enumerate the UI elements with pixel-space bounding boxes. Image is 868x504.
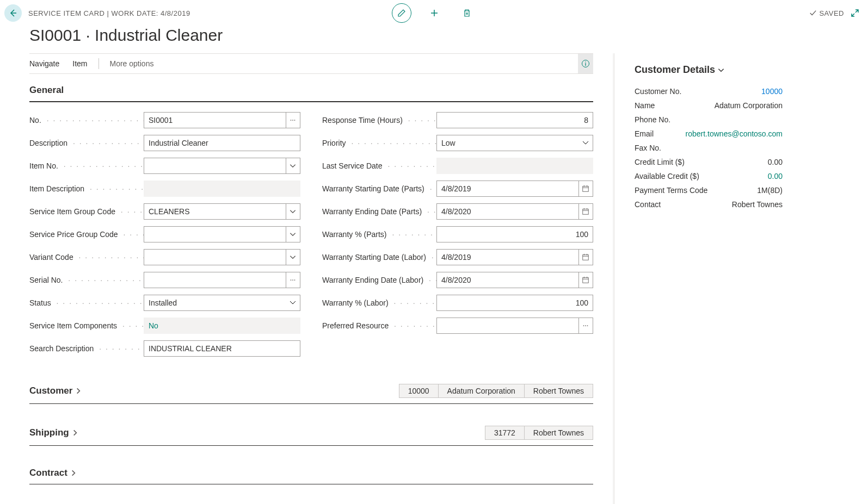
back-button[interactable] — [4, 4, 22, 22]
dropdown-service-price-group[interactable] — [286, 226, 300, 242]
input-item-no[interactable] — [144, 158, 286, 174]
shipping-summary-contact: Robert Townes — [524, 426, 593, 440]
input-preferred-resource[interactable] — [436, 318, 578, 334]
edit-button[interactable] — [392, 3, 411, 23]
input-warranty-pct-parts[interactable] — [436, 226, 593, 242]
info-panel-toggle[interactable] — [578, 54, 593, 73]
input-warranty-start-labor[interactable] — [436, 249, 578, 265]
label-item-description: Item Description — [29, 184, 144, 193]
select-priority[interactable]: Low — [436, 135, 593, 151]
datepicker-warranty-end-labor[interactable] — [578, 272, 593, 288]
label-components: Service Item Components — [29, 321, 144, 330]
datepicker-warranty-start-labor[interactable] — [578, 249, 593, 265]
label-description: Description — [29, 139, 144, 147]
input-last-service-date — [436, 158, 593, 174]
input-service-price-group[interactable] — [144, 226, 286, 242]
ellipsis-icon — [582, 322, 589, 329]
dropdown-variant-code[interactable] — [286, 249, 300, 265]
label-priority: Priority — [322, 139, 436, 147]
page-title: SI0001 · Industrial Cleaner — [0, 26, 868, 53]
customer-summary-no: 10000 — [399, 384, 438, 398]
detail-contact-value: Robert Townes — [732, 200, 783, 209]
delete-button[interactable] — [457, 3, 477, 23]
plus-icon — [430, 9, 439, 17]
calendar-icon — [582, 253, 589, 261]
detail-available-credit-value[interactable]: 0.00 — [768, 172, 783, 181]
dropdown-item-no[interactable] — [286, 158, 300, 174]
label-warranty-pct-labor: Warranty % (Labor) — [322, 298, 436, 307]
detail-payment-terms-label: Payment Terms Code — [635, 186, 707, 195]
detail-credit-limit-value: 0.00 — [768, 158, 783, 166]
input-search-description[interactable] — [144, 340, 300, 357]
label-warranty-end-parts: Warranty Ending Date (Parts) — [322, 207, 436, 216]
dropdown-service-item-group[interactable] — [286, 203, 300, 220]
input-warranty-start-parts[interactable] — [436, 181, 578, 197]
label-variant-code: Variant Code — [29, 253, 144, 262]
datepicker-warranty-end-parts[interactable] — [578, 203, 593, 220]
label-item-no: Item No. — [29, 161, 144, 170]
new-button[interactable] — [424, 3, 444, 23]
detail-contact-label: Contact — [635, 200, 661, 209]
input-warranty-end-parts[interactable] — [436, 203, 578, 220]
section-shipping-header[interactable]: Shipping 31772 Robert Townes — [29, 415, 593, 446]
calendar-icon — [582, 185, 589, 192]
collapse-icon — [851, 9, 859, 17]
label-service-price-group: Service Price Group Code — [29, 230, 144, 239]
input-warranty-pct-labor[interactable] — [436, 295, 593, 311]
label-serial-no: Serial No. — [29, 276, 144, 284]
detail-customer-no-value[interactable]: 10000 — [761, 87, 783, 96]
section-contract-header[interactable]: Contract — [29, 457, 593, 484]
detail-fax-label: Fax No. — [635, 144, 661, 152]
input-response-time[interactable] — [436, 112, 593, 128]
input-description[interactable] — [144, 135, 300, 151]
lookup-serial-no[interactable] — [286, 272, 300, 288]
lookup-no[interactable] — [286, 112, 300, 128]
input-no[interactable] — [144, 112, 286, 128]
label-warranty-pct-parts: Warranty % (Parts) — [322, 230, 436, 239]
chevron-down-icon — [289, 208, 297, 215]
label-warranty-start-labor: Warranty Starting Date (Labor) — [322, 253, 436, 262]
label-no: No. — [29, 116, 144, 125]
detail-name-value: Adatum Corporation — [715, 101, 783, 110]
input-serial-no[interactable] — [144, 272, 286, 288]
detail-payment-terms-value: 1M(8D) — [757, 186, 783, 195]
chevron-down-icon — [289, 231, 297, 238]
section-vendor-header[interactable]: Vendor — [29, 495, 593, 504]
detail-customer-no-label: Customer No. — [635, 87, 681, 96]
nav-more-options[interactable]: More options — [103, 54, 161, 73]
ellipsis-icon — [289, 276, 297, 284]
datepicker-warranty-start-parts[interactable] — [578, 181, 593, 197]
input-item-description — [144, 181, 300, 197]
arrow-left-icon — [9, 9, 17, 17]
label-search-description: Search Description — [29, 344, 144, 353]
calendar-icon — [582, 208, 589, 215]
check-icon — [809, 9, 817, 17]
detail-name-label: Name — [635, 101, 655, 110]
side-panel-title[interactable]: Customer Details — [635, 64, 783, 84]
section-customer-header[interactable]: Customer 10000 Adatum Corporation Robert… — [29, 373, 593, 404]
label-service-item-group: Service Item Group Code — [29, 207, 144, 216]
label-last-service-date: Last Service Date — [322, 161, 436, 170]
detail-email-value[interactable]: robert.townes@contoso.com — [686, 129, 783, 138]
chevron-down-icon — [717, 66, 725, 74]
input-variant-code[interactable] — [144, 249, 286, 265]
ellipsis-icon — [289, 116, 297, 124]
chevron-right-icon — [71, 429, 79, 437]
label-preferred-resource: Preferred Resource — [322, 321, 436, 330]
nav-divider — [99, 58, 99, 69]
select-status[interactable]: Installed — [144, 295, 300, 311]
collapse-button[interactable] — [851, 9, 859, 17]
label-warranty-end-labor: Warranty Ending Date (Labor) — [322, 276, 436, 284]
section-general-header[interactable]: General — [29, 74, 593, 102]
detail-available-credit-label: Available Credit ($) — [635, 172, 699, 181]
label-warranty-start-parts: Warranty Starting Date (Parts) — [322, 184, 436, 193]
info-icon — [581, 59, 590, 68]
chevron-right-icon — [70, 469, 77, 477]
nav-item[interactable]: Item — [66, 54, 94, 73]
lookup-preferred-resource[interactable] — [578, 318, 593, 334]
input-service-item-group[interactable] — [144, 203, 286, 220]
input-warranty-end-labor[interactable] — [436, 272, 578, 288]
link-components[interactable]: No — [144, 318, 300, 334]
detail-credit-limit-label: Credit Limit ($) — [635, 158, 685, 166]
nav-navigate[interactable]: Navigate — [29, 54, 66, 73]
